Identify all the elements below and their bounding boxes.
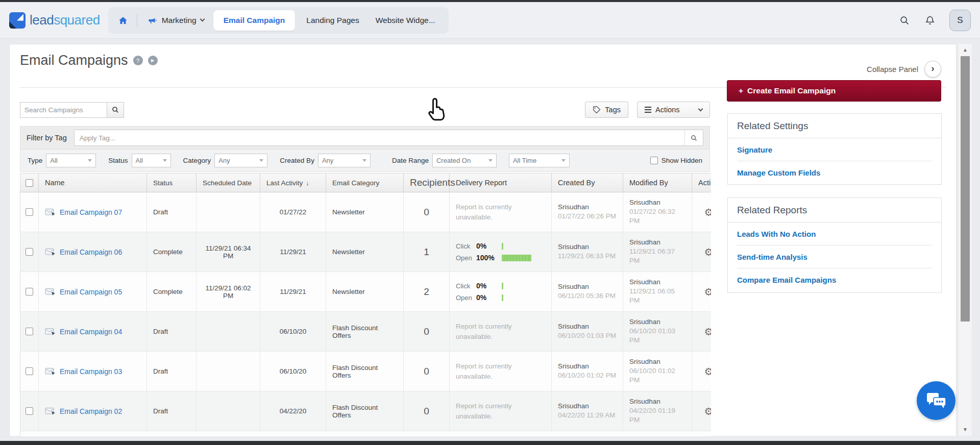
date-field-select[interactable]: Created On	[432, 154, 497, 167]
select-all-checkbox[interactable]	[20, 174, 39, 192]
tab-email-campaign[interactable]: Email Campaign	[213, 10, 296, 31]
row-checkbox[interactable]	[20, 352, 39, 391]
home-button[interactable]	[113, 10, 133, 31]
col-header-email-category[interactable]: Email Category	[326, 174, 404, 192]
show-hidden-toggle[interactable]: Show Hidden	[650, 157, 702, 164]
apply-tag-input[interactable]	[75, 130, 684, 145]
marketing-menu[interactable]: Marketing	[141, 10, 210, 31]
campaign-name-link[interactable]: Email Campaign 02	[60, 407, 122, 415]
category-filter-label: Category	[183, 157, 211, 164]
last-activity-cell: 11/29/21	[260, 272, 326, 311]
create-email-campaign-button[interactable]: + Create Email Campaign	[727, 80, 941, 102]
campaign-name-link[interactable]: Email Campaign 06	[60, 248, 122, 256]
row-actions-cell: ⚙	[692, 352, 711, 391]
apply-tag-input-wrap	[74, 130, 703, 146]
row-actions-gear-icon[interactable]: ⚙	[704, 365, 711, 378]
col-header-modified-by[interactable]: Modified By	[623, 174, 692, 192]
category-filter-select[interactable]: Any	[214, 154, 267, 167]
live-chat-button[interactable]	[917, 381, 955, 420]
global-search-button[interactable]	[898, 14, 911, 27]
status-cell: Draft	[147, 391, 197, 431]
manage-custom-fields-link[interactable]: Manage Custom Fields	[737, 161, 932, 184]
col-header-recipients[interactable]: Recipients	[404, 174, 450, 192]
scheduled-cell	[197, 192, 260, 232]
tab-landing-pages[interactable]: Landing Pages	[298, 10, 367, 31]
row-checkbox[interactable]	[20, 272, 39, 311]
search-icon	[690, 134, 698, 142]
show-hidden-checkbox[interactable]	[650, 157, 658, 164]
scrollbar-thumb[interactable]	[961, 56, 970, 322]
row-actions-gear-icon[interactable]: ⚙	[704, 286, 711, 298]
collapse-panel-row: Collapse Panel ›	[727, 60, 941, 78]
sort-descending-icon[interactable]: ↓	[306, 179, 309, 187]
email-campaign-icon	[45, 367, 56, 376]
open-rate-bar	[502, 294, 503, 301]
modified-by-cell: Srisudhan01/27/22 06:32 PM	[623, 192, 692, 232]
tag-icon	[593, 106, 601, 114]
row-checkbox[interactable]	[20, 192, 39, 232]
delivery-report-cell: Report is currently unavailable.	[450, 192, 552, 232]
send-time-analysis-link[interactable]: Send-time Analysis	[737, 245, 932, 268]
col-header-delivery-report[interactable]: Delivery Report	[450, 174, 552, 192]
email-campaign-icon	[45, 407, 56, 415]
created-by-cell: Srisudhan11/29/21 06:33 PM	[552, 232, 623, 271]
row-actions-gear-icon[interactable]: ⚙	[704, 405, 711, 417]
row-checkbox[interactable]	[20, 391, 39, 431]
apply-tag-search-button[interactable]	[684, 130, 703, 145]
user-avatar[interactable]: S	[949, 10, 971, 31]
page-scrollbar[interactable]: ▲ ▼	[959, 44, 972, 436]
tab-website-widgets[interactable]: Website Widge...	[368, 10, 444, 31]
email-campaign-icon	[45, 288, 56, 296]
row-actions-cell: ⚙	[692, 272, 711, 311]
notifications-button[interactable]	[924, 14, 936, 27]
campaign-name-link[interactable]: Email Campaign 03	[60, 367, 122, 376]
row-actions-gear-icon[interactable]: ⚙	[704, 246, 711, 258]
plus-icon: +	[739, 86, 743, 95]
actions-button[interactable]: Actions	[637, 102, 710, 118]
scroll-down-arrow[interactable]: ▼	[963, 424, 968, 436]
col-header-scheduled-date[interactable]: Scheduled Date	[197, 174, 260, 192]
row-checkbox[interactable]	[20, 232, 39, 271]
table-row: Email Campaign 03 Draft 06/10/20 Flash D…	[20, 352, 711, 391]
scroll-up-arrow[interactable]: ▲	[963, 44, 968, 56]
campaign-name-link[interactable]: Email Campaign 04	[60, 328, 122, 336]
status-filter-select[interactable]: All	[132, 154, 171, 167]
campaign-name-link[interactable]: Email Campaign 07	[60, 208, 122, 216]
col-header-status[interactable]: Status	[147, 174, 197, 192]
row-actions-cell: ⚙	[692, 312, 711, 351]
delivery-report-cell: Report is currently unavailable.	[450, 391, 552, 431]
date-range-filter-label: Date Range	[392, 157, 429, 164]
signature-link[interactable]: Signature	[737, 138, 932, 161]
marketing-label: Marketing	[162, 16, 197, 25]
scheduled-cell: 11/29/21 06:02 PM	[197, 272, 260, 311]
row-actions-gear-icon[interactable]: ⚙	[704, 206, 711, 218]
col-header-name[interactable]: Name	[39, 174, 147, 192]
help-icon[interactable]: ?	[133, 56, 143, 65]
col-header-last-activity[interactable]: Last Activity↓	[260, 174, 326, 192]
page-title: Email Campaigns	[20, 53, 128, 68]
type-filter-label: Type	[28, 157, 42, 164]
row-checkbox[interactable]	[20, 312, 39, 351]
play-tour-icon[interactable]: ▶	[148, 56, 158, 65]
created-by-filter-select[interactable]: Any	[318, 154, 371, 167]
chevron-right-icon: ›	[931, 63, 934, 74]
col-header-created-by[interactable]: Created By	[552, 174, 623, 192]
search-campaigns-button[interactable]	[107, 102, 124, 118]
last-activity-cell: 11/29/21	[260, 232, 326, 271]
type-filter-select[interactable]: All	[46, 154, 96, 167]
delivery-report-cell: Click0% Open0%	[450, 272, 552, 311]
date-period-select[interactable]: All Time	[509, 154, 570, 167]
collapse-panel-button[interactable]: ›	[924, 61, 941, 78]
compare-email-campaigns-link[interactable]: Compare Email Campaigns	[737, 268, 932, 291]
row-actions-gear-icon[interactable]: ⚙	[704, 326, 711, 338]
leads-with-no-action-link[interactable]: Leads With No Action	[737, 222, 932, 245]
tags-button[interactable]: Tags	[585, 102, 628, 118]
leadsquared-logo[interactable]: leadsquared	[9, 12, 100, 29]
last-activity-cell: 06/10/20	[260, 352, 326, 391]
show-hidden-label: Show Hidden	[662, 157, 702, 164]
search-campaigns-input[interactable]	[20, 102, 107, 118]
status-cell: Draft	[147, 192, 197, 232]
campaign-name-link[interactable]: Email Campaign 05	[60, 288, 122, 296]
last-activity-cell: 01/27/22	[260, 192, 326, 232]
scrollbar-track[interactable]	[959, 56, 972, 424]
